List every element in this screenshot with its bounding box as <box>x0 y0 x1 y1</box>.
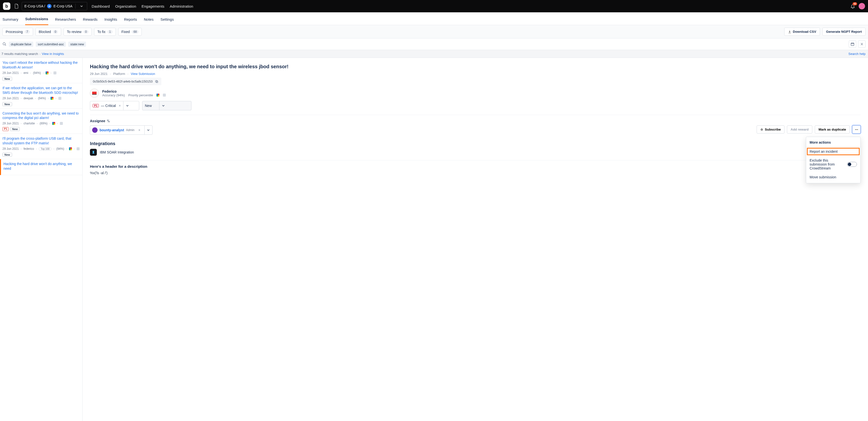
rank-icon <box>51 97 54 100</box>
filter-row: Processing 7 Blocked 0 To review 0 To fi… <box>0 25 868 38</box>
notification-count: 43 <box>852 2 857 5</box>
menu-move-submission[interactable]: Move submission <box>806 173 860 182</box>
mark-duplicate-button[interactable]: Mark as duplicate <box>815 125 850 133</box>
clear-icon[interactable]: × <box>119 104 121 108</box>
nav-dashboard[interactable]: Dashboard <box>92 4 110 8</box>
badge-icon <box>60 122 63 125</box>
org-name: E-Corp USA <box>54 4 72 8</box>
menu-report-incident[interactable]: Report an incident <box>806 147 860 156</box>
badge-icon <box>163 94 166 97</box>
author-row: Federico Accuracy (94%) Priority percent… <box>90 89 861 98</box>
assignee-avatar-icon <box>92 127 98 133</box>
submission-detail: Hacking the hard drive won't do anything… <box>83 58 868 421</box>
badge-icon <box>54 71 56 74</box>
chevron-down-icon[interactable] <box>123 101 131 110</box>
submission-id: 0c5b50c5-9e53-482f-a4eb-bc5a8c150153 <box>90 77 161 85</box>
nav-administration[interactable]: Administration <box>170 4 193 8</box>
rank-icon <box>45 71 49 74</box>
subscribe-button[interactable]: ☆ Subscribe <box>756 125 784 133</box>
top100-badge: Top 100 <box>39 147 52 151</box>
list-item-title: Hacking the hard drive won't do anything… <box>3 162 80 171</box>
svg-point-0 <box>3 43 5 45</box>
author-name: Federico <box>102 90 166 93</box>
tab-reports[interactable]: Reports <box>124 14 137 25</box>
rank-icon <box>52 122 55 125</box>
results-bar: 7 results matching search · View in Insi… <box>0 50 868 58</box>
clear-search-button[interactable] <box>858 40 866 48</box>
view-in-insights-link[interactable]: View in Insights <box>42 52 64 56</box>
more-actions-button[interactable]: ⋯ <box>852 125 861 133</box>
copy-icon[interactable] <box>155 80 158 83</box>
status-badge: New <box>2 77 12 81</box>
filter-processing[interactable]: Processing 7 <box>2 28 33 36</box>
assignee-chip[interactable]: bounty-analyst Admin × <box>90 125 153 135</box>
add-reward-button[interactable]: Add reward <box>787 125 812 133</box>
tab-insights[interactable]: Insights <box>104 14 117 25</box>
notifications-button[interactable]: 43 <box>850 4 855 9</box>
tab-settings[interactable]: Settings <box>160 14 174 25</box>
nav-organization[interactable]: Organization <box>115 4 136 8</box>
download-icon <box>788 30 792 33</box>
list-item[interactable]: I'll program the cross-platform USB card… <box>0 134 82 159</box>
toggle-switch[interactable] <box>847 162 857 167</box>
author-avatar-icon <box>90 89 99 98</box>
tab-researchers[interactable]: Researchers <box>55 14 76 25</box>
results-count: 7 results matching search <box>1 52 38 56</box>
filter-to-fix[interactable]: To fix 1 <box>94 28 116 36</box>
date-filter-button[interactable] <box>849 40 856 48</box>
search-chip[interactable]: state:new <box>68 42 86 47</box>
rank-icon <box>156 94 159 97</box>
badge-icon <box>58 97 61 100</box>
svg-rect-3 <box>155 80 157 82</box>
list-item[interactable]: If we reboot the application, we can get… <box>0 83 82 109</box>
download-csv-button[interactable]: Download CSV <box>784 28 820 36</box>
list-item[interactable]: Connecting the bus won't do anything, we… <box>0 109 82 134</box>
integration-icon <box>90 149 97 156</box>
description-heading: Here's a header for a description <box>90 164 861 168</box>
org-selector[interactable]: E-Corp USA / ✦ E-Corp USA <box>22 2 87 10</box>
topbar: b E-Corp USA / ✦ E-Corp USA Dashboard Or… <box>0 0 868 12</box>
remove-assignee-icon[interactable]: × <box>136 128 143 132</box>
description-body: %x('ls -al /') <box>90 171 861 175</box>
chevron-down-icon[interactable] <box>144 126 152 134</box>
svg-rect-1 <box>851 43 854 45</box>
chevron-down-icon[interactable] <box>159 101 167 110</box>
integration-row[interactable]: IBM SOAR Integration <box>90 149 861 156</box>
priority-select[interactable]: P1 — Critical × <box>90 101 139 110</box>
priority-badge: P1 <box>2 127 9 131</box>
view-submission-link[interactable]: View Submission <box>131 72 155 76</box>
status-badge: New <box>2 102 12 106</box>
more-actions-menu: More actions Report an incident Exclude … <box>806 137 861 183</box>
tab-submissions[interactable]: Submissions <box>25 13 48 25</box>
list-item-title: I'll program the cross-platform USB card… <box>2 136 80 145</box>
integrations-heading: Integrations <box>90 141 861 146</box>
generate-report-button[interactable]: Generate NGPT Report <box>823 28 866 36</box>
org-badge-icon: ✦ <box>47 4 52 8</box>
eye-off-icon <box>107 119 110 123</box>
submission-list[interactable]: You can't reboot the interface without h… <box>0 58 83 421</box>
org-path: E-Corp USA / <box>24 4 45 8</box>
rank-icon <box>69 147 72 150</box>
menu-title: More actions <box>806 139 860 147</box>
list-item[interactable]: You can't reboot the interface without h… <box>0 58 82 83</box>
tab-notes[interactable]: Notes <box>144 14 154 25</box>
list-item-title: Connecting the bus won't do anything, we… <box>2 111 80 121</box>
status-select[interactable]: New <box>142 101 191 110</box>
tab-rewards[interactable]: Rewards <box>83 14 98 25</box>
user-avatar[interactable] <box>859 3 865 9</box>
filter-to-review[interactable]: To review 0 <box>64 28 92 36</box>
menu-exclude-crowdstream[interactable]: Exclude this submission from CrowdStream <box>806 156 860 173</box>
nav-engagements[interactable]: Engagements <box>142 4 164 8</box>
search-help-link[interactable]: Search help <box>848 52 868 56</box>
badge-icon <box>76 147 80 150</box>
list-item[interactable]: Hacking the hard drive won't do anything… <box>0 159 82 175</box>
svg-rect-4 <box>92 92 97 94</box>
search-chip[interactable]: sort:submitted-asc <box>36 42 66 47</box>
svg-rect-5 <box>92 94 97 95</box>
search-chip[interactable]: duplicate:false <box>9 42 33 47</box>
app-logo[interactable]: b <box>3 2 10 10</box>
filter-fixed[interactable]: Fixed 68 <box>118 28 142 36</box>
filter-blocked[interactable]: Blocked 0 <box>35 28 61 36</box>
tab-summary[interactable]: Summary <box>2 14 18 25</box>
star-icon: ☆ <box>760 128 763 131</box>
